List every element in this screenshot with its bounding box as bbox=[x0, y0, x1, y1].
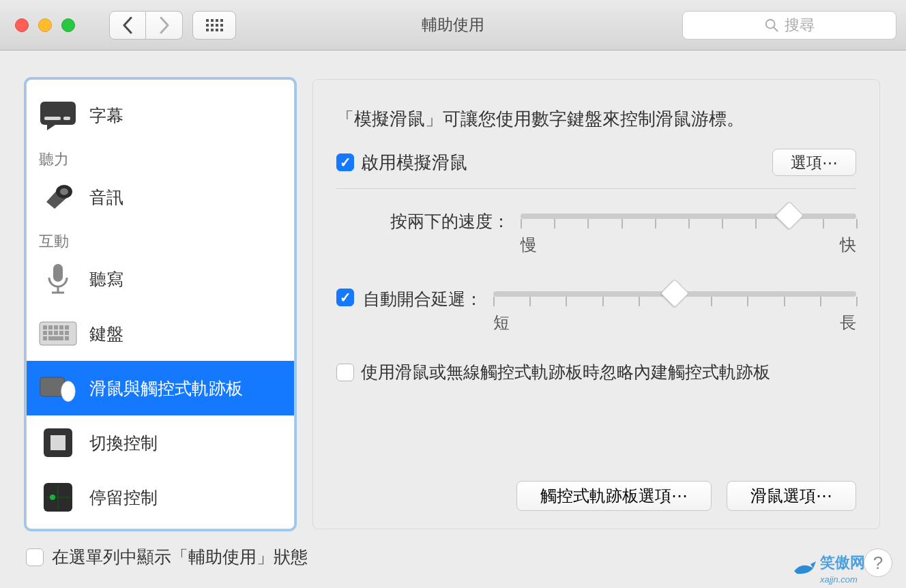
sidebar-item-subtitles[interactable]: 字幕 bbox=[27, 88, 294, 143]
close-icon[interactable] bbox=[15, 18, 29, 32]
svg-rect-24 bbox=[40, 377, 64, 396]
speaker-icon bbox=[39, 179, 77, 215]
spring-loading-delay-slider[interactable] bbox=[493, 291, 856, 297]
trackpad-options-button[interactable]: 觸控式軌跡板選項⋯ bbox=[516, 481, 712, 511]
svg-rect-13 bbox=[54, 325, 58, 329]
double-click-speed-slider[interactable] bbox=[521, 214, 856, 219]
back-button[interactable] bbox=[109, 11, 146, 40]
subtitles-icon bbox=[39, 98, 77, 133]
ignore-trackpad-checkbox[interactable] bbox=[336, 364, 354, 381]
show-status-in-menubar-label: 在選單列中顯示「輔助使用」狀態 bbox=[52, 546, 308, 568]
nav-group bbox=[109, 11, 183, 40]
show-status-in-menubar-checkbox[interactable] bbox=[26, 548, 44, 566]
svg-rect-23 bbox=[65, 336, 69, 340]
sidebar-item-switch-control[interactable]: 切換控制 bbox=[27, 415, 294, 470]
sidebar-item-audio[interactable]: 音訊 bbox=[27, 170, 294, 224]
svg-rect-21 bbox=[43, 336, 47, 340]
category-sidebar[interactable]: 字幕 聽力 音訊 互動 聽寫 鍵盤 滑鼠與觸控式軌跡板 bbox=[26, 79, 295, 529]
search-placeholder: 搜尋 bbox=[785, 15, 815, 35]
spring-loading-delay-label: 自動開合延遲： bbox=[354, 286, 493, 310]
enable-mouse-keys-label: 啟用模擬滑鼠 bbox=[361, 151, 467, 175]
slider-end-slow: 慢 bbox=[521, 234, 537, 256]
ignore-trackpad-label: 使用滑鼠或無線觸控式軌跡板時忽略內建觸控式軌跡板 bbox=[361, 361, 770, 383]
sidebar-item-label: 滑鼠與觸控式軌跡板 bbox=[89, 377, 243, 400]
svg-rect-17 bbox=[48, 331, 53, 335]
mouse-trackpad-icon bbox=[39, 370, 77, 406]
svg-rect-12 bbox=[48, 325, 53, 329]
svg-rect-16 bbox=[43, 331, 47, 335]
sidebar-item-label: 鍵盤 bbox=[89, 323, 123, 345]
svg-rect-20 bbox=[65, 331, 69, 335]
zoom-icon[interactable] bbox=[61, 18, 75, 32]
svg-rect-18 bbox=[54, 331, 58, 335]
sidebar-item-label: 聽寫 bbox=[89, 268, 123, 291]
separator bbox=[336, 188, 856, 189]
svg-rect-3 bbox=[44, 117, 61, 120]
mic-icon bbox=[39, 261, 77, 297]
shark-icon bbox=[793, 560, 816, 578]
show-all-button[interactable] bbox=[192, 11, 236, 40]
mouse-keys-options-button[interactable]: 選項⋯ bbox=[772, 149, 856, 176]
svg-rect-4 bbox=[63, 117, 70, 120]
svg-rect-19 bbox=[59, 331, 63, 335]
dwell-control-icon bbox=[39, 480, 77, 515]
sidebar-item-label: 停留控制 bbox=[89, 486, 158, 509]
slider-end-long: 長 bbox=[840, 312, 856, 334]
svg-rect-22 bbox=[48, 336, 63, 340]
slider-end-short: 短 bbox=[493, 312, 510, 334]
svg-rect-14 bbox=[59, 325, 63, 329]
forward-button[interactable] bbox=[146, 11, 183, 40]
spring-loading-delay-checkbox[interactable] bbox=[336, 289, 354, 306]
sidebar-item-label: 切換控制 bbox=[89, 432, 158, 454]
watermark: 笑傲网 xajjn.com bbox=[793, 553, 865, 585]
double-click-speed-label: 按兩下的速度： bbox=[364, 208, 521, 233]
sidebar-item-keyboard[interactable]: 鍵盤 bbox=[27, 306, 294, 361]
sidebar-item-dwell-control[interactable]: 停留控制 bbox=[27, 470, 294, 525]
sidebar-item-mouse-trackpad[interactable]: 滑鼠與觸控式軌跡板 bbox=[27, 361, 294, 415]
search-icon bbox=[764, 18, 779, 33]
sidebar-item-dictation[interactable]: 聽寫 bbox=[27, 252, 294, 306]
svg-rect-11 bbox=[43, 325, 47, 329]
enable-mouse-keys-checkbox[interactable] bbox=[336, 153, 354, 171]
svg-rect-7 bbox=[53, 264, 63, 282]
svg-point-0 bbox=[766, 19, 775, 28]
window-controls bbox=[15, 18, 75, 32]
sidebar-header-interact: 互動 bbox=[27, 224, 294, 252]
sidebar-header-hearing: 聽力 bbox=[27, 143, 294, 170]
sidebar-item-label: 音訊 bbox=[89, 186, 123, 209]
svg-rect-27 bbox=[50, 435, 65, 450]
help-button[interactable]: ? bbox=[864, 548, 892, 577]
svg-point-25 bbox=[61, 381, 76, 402]
svg-line-1 bbox=[774, 27, 778, 31]
svg-rect-15 bbox=[65, 325, 69, 329]
mouse-options-button[interactable]: 滑鼠選項⋯ bbox=[727, 481, 856, 511]
svg-point-31 bbox=[50, 495, 55, 500]
minimize-icon[interactable] bbox=[38, 18, 52, 32]
titlebar: 輔助使用 搜尋 bbox=[0, 0, 906, 50]
keyboard-icon bbox=[39, 316, 77, 351]
slider-end-fast: 快 bbox=[840, 234, 856, 256]
search-input[interactable]: 搜尋 bbox=[682, 11, 896, 40]
svg-rect-2 bbox=[40, 102, 76, 125]
sidebar-item-label: 字幕 bbox=[89, 104, 123, 127]
panel-intro: 「模擬滑鼠」可讓您使用數字鍵盤來控制滑鼠游標。 bbox=[336, 107, 856, 131]
switch-control-icon bbox=[39, 425, 77, 460]
detail-panel: 「模擬滑鼠」可讓您使用數字鍵盤來控制滑鼠游標。 啟用模擬滑鼠 選項⋯ 按兩下的速… bbox=[312, 79, 880, 529]
svg-point-6 bbox=[60, 188, 68, 195]
